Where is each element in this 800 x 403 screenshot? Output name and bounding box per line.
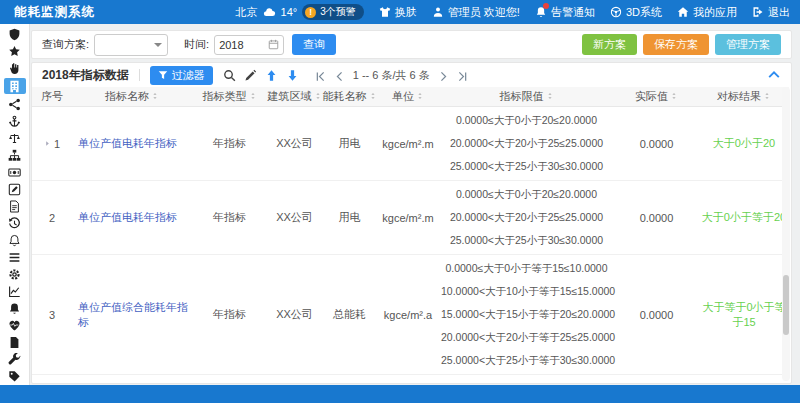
col-header-6[interactable]: 指标限值 xyxy=(439,87,614,107)
header-item-label: 退出 xyxy=(768,5,790,20)
cell-indicator-name: 单位产值综合能耗年指标 xyxy=(72,255,192,375)
header-item-skin[interactable]: 换肤 xyxy=(379,5,417,20)
query-plan-select[interactable] xyxy=(94,34,168,56)
new-plan-button[interactable]: 新方案 xyxy=(582,34,637,55)
sidebar-item-list[interactable] xyxy=(4,250,26,264)
sidebar-item-star[interactable] xyxy=(4,44,26,58)
col-header-2[interactable]: 指标类型 xyxy=(192,87,267,107)
pagination-info: 1 -- 6 条/共 6 条 xyxy=(353,68,430,83)
sidebar-item-gear[interactable] xyxy=(4,267,26,281)
header-item-apps[interactable]: 我的应用 xyxy=(677,5,737,20)
cell-unit: kgce/m².m xyxy=(377,107,439,181)
table-header-row: 序号指标名称指标类型建筑区域能耗名称单位指标限值实际值对标结果 xyxy=(32,87,789,107)
cell-building-region: XX公司 xyxy=(267,255,322,375)
indicator-name-link[interactable]: 单位产值电耗年指标 xyxy=(78,211,177,223)
header-item-label: 换肤 xyxy=(395,5,417,20)
sidebar-item-bell-o[interactable] xyxy=(4,233,26,247)
sort-icon xyxy=(151,91,159,101)
header-item-user[interactable]: 管理员 欢迎您! xyxy=(432,5,520,20)
sidebar-item-hand[interactable] xyxy=(4,61,26,75)
limit-line: 25.0000<大于25小于30≤30.0000 xyxy=(441,229,612,252)
table-scrollbar[interactable] xyxy=(782,87,790,381)
col-header-label: 对标结果 xyxy=(717,90,761,102)
search-button[interactable] xyxy=(223,69,236,82)
sort-icon xyxy=(416,91,424,101)
sidebar-item-history[interactable] xyxy=(4,216,26,230)
first-page-button[interactable] xyxy=(315,70,326,81)
sidebar-item-pen-square[interactable] xyxy=(4,182,26,196)
cell-building-region: XX公司 xyxy=(267,181,322,255)
move-up-button[interactable] xyxy=(265,69,278,82)
sort-icon xyxy=(314,91,322,101)
col-header-7[interactable]: 实际值 xyxy=(614,87,699,107)
sort-icon xyxy=(369,91,377,101)
indicator-name-link[interactable]: 单位产值综合能耗年指标 xyxy=(78,301,188,328)
limit-line: 0.0000≤大于0小于等于15≤10.0000 xyxy=(441,377,612,384)
header-item-label: 3D系统 xyxy=(626,5,662,20)
sidebar-item-building[interactable] xyxy=(4,78,26,94)
sidebar-item-sitemap[interactable] xyxy=(4,148,26,162)
cell-indicator-type: 年指标 xyxy=(192,255,267,375)
cell-indicator-name xyxy=(72,375,192,385)
row-expand-icon[interactable] xyxy=(44,139,51,148)
time-input[interactable]: 2018 xyxy=(214,35,284,55)
cell-indicator-name: 单位产值电耗年指标 xyxy=(72,107,192,181)
arrow-up-icon xyxy=(265,69,278,82)
alert-badge-label: 3个预警 xyxy=(320,5,356,19)
row-seq: 3 xyxy=(49,309,55,321)
limit-line: 25.0000<大于25小于30≤30.0000 xyxy=(441,155,612,178)
sidebar-item-scale[interactable] xyxy=(4,131,26,145)
bell-icon-wrap xyxy=(535,6,547,18)
col-header-5[interactable]: 单位 xyxy=(377,87,439,107)
list-icon xyxy=(8,251,21,264)
scrollbar-thumb[interactable] xyxy=(783,275,789,335)
sidebar-item-heart[interactable] xyxy=(4,318,26,332)
caret-down-icon xyxy=(154,43,162,47)
money-icon xyxy=(8,166,21,179)
col-header-4[interactable]: 能耗名称 xyxy=(322,87,377,107)
sidebar-item-share[interactable] xyxy=(4,97,26,111)
sidebar-item-wrench[interactable] xyxy=(4,352,26,366)
last-page-button[interactable] xyxy=(457,70,468,81)
col-header-8[interactable]: 对标结果 xyxy=(699,87,789,107)
pen-square-icon xyxy=(8,183,21,196)
scale-icon xyxy=(8,132,21,145)
save-plan-button[interactable]: 保存方案 xyxy=(643,34,709,55)
time-label: 时间: xyxy=(184,37,209,52)
weather-info: 北京14°!3个预警 xyxy=(236,4,364,20)
warning-icon: ! xyxy=(305,7,316,18)
move-down-button[interactable] xyxy=(286,69,299,82)
indicator-name-link[interactable]: 单位产值电耗年指标 xyxy=(78,137,177,149)
collapse-panel-button[interactable] xyxy=(767,68,781,82)
manage-plan-button[interactable]: 管理方案 xyxy=(715,34,781,55)
sidebar-item-tag[interactable] xyxy=(4,369,26,383)
tag-icon xyxy=(8,370,21,383)
limit-line: 25.0000<大于25小于等于30≤30.0000 xyxy=(441,349,612,372)
col-header-3[interactable]: 建筑区域 xyxy=(267,87,322,107)
next-page-button[interactable] xyxy=(438,70,449,81)
filter-button[interactable]: 过滤器 xyxy=(150,66,213,85)
col-header-1[interactable]: 指标名称 xyxy=(72,87,192,107)
header-item-3d[interactable]: 3D系统 xyxy=(610,5,662,20)
brush-button[interactable] xyxy=(244,69,257,82)
alert-badge[interactable]: !3个预警 xyxy=(302,4,364,20)
sidebar-item-bell[interactable] xyxy=(4,301,26,315)
col-header-label: 序号 xyxy=(41,90,63,102)
sidebar-item-shield[interactable] xyxy=(4,27,26,41)
search-button[interactable]: 查询 xyxy=(292,34,336,55)
cell-energy-name: 用电 xyxy=(322,181,377,255)
sidebar-item-anchor[interactable] xyxy=(4,114,26,128)
header-item-logout[interactable]: 退出 xyxy=(752,5,790,20)
sort-icon xyxy=(546,91,554,101)
sidebar-item-money[interactable] xyxy=(4,165,26,179)
main-content: 查询方案: 时间: 2018 查询 新方案保存方案管理方案 2018年指标数据 xyxy=(30,24,800,385)
cell-indicator-type: 年指标 xyxy=(192,107,267,181)
limit-line: 20.0000<大于20小于25≤25.0000 xyxy=(441,132,612,155)
user-icon xyxy=(432,6,444,18)
sidebar-item-chart[interactable] xyxy=(4,284,26,298)
footer-bar xyxy=(0,385,800,403)
sidebar-item-file[interactable] xyxy=(4,335,26,349)
header-item-alerts[interactable]: 告警通知 xyxy=(535,5,595,20)
prev-page-button[interactable] xyxy=(334,70,345,81)
sidebar-item-file-text[interactable] xyxy=(4,199,26,213)
